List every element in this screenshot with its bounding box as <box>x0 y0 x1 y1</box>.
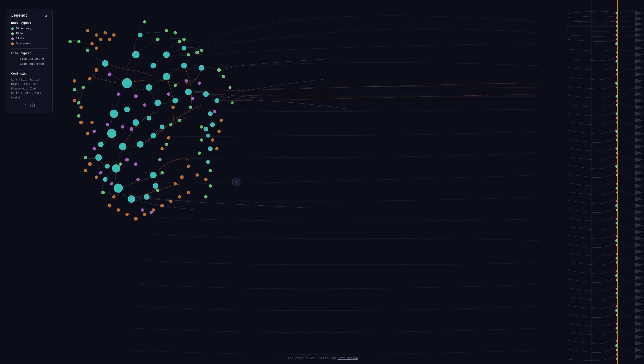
legend-collapse-button[interactable]: ▲ <box>45 14 48 18</box>
svg-point-23 <box>182 46 186 50</box>
control-right-click: Right-Click: Pan <box>11 82 48 86</box>
svg-point-45 <box>178 40 181 43</box>
svg-point-75 <box>204 195 207 198</box>
svg-point-143 <box>32 105 34 106</box>
svg-point-103 <box>108 38 111 41</box>
orange-bar <box>617 0 618 364</box>
svg-point-62 <box>101 191 105 194</box>
svg-point-26 <box>124 107 130 112</box>
legend-item-class: Class <box>11 37 48 40</box>
svg-point-124 <box>169 200 172 203</box>
footer-text: This project was created by <box>286 356 338 360</box>
svg-point-87 <box>167 92 170 96</box>
svg-point-27 <box>133 120 139 126</box>
svg-point-59 <box>77 114 80 118</box>
svg-point-88 <box>185 80 188 82</box>
svg-point-33 <box>185 89 191 95</box>
control-mousewheel: Mousewheel: Zoom <box>11 86 48 91</box>
svg-point-108 <box>73 99 76 102</box>
svg-point-96 <box>110 182 113 185</box>
svg-point-117 <box>108 204 111 208</box>
svg-point-128 <box>174 182 177 185</box>
svg-point-21 <box>153 183 158 188</box>
svg-point-47 <box>182 38 185 41</box>
svg-point-35 <box>215 98 219 103</box>
controls-section: Controls: Left-Click: Rotate Right-Click… <box>11 72 48 100</box>
svg-point-25 <box>138 33 142 37</box>
svg-point-83 <box>130 127 133 131</box>
class-dot <box>11 38 14 40</box>
svg-point-53 <box>86 49 89 52</box>
svg-point-58 <box>77 101 80 104</box>
svg-point-120 <box>134 217 138 220</box>
svg-point-8 <box>199 65 204 70</box>
right-panel-nodes <box>539 0 644 364</box>
svg-point-31 <box>103 177 107 182</box>
control-shift-click: Shift + Left-Click: Center <box>11 91 48 100</box>
svg-point-100 <box>95 46 98 50</box>
expand-panel-button[interactable]: » <box>232 178 241 186</box>
svg-point-70 <box>174 84 177 87</box>
svg-point-79 <box>108 72 111 76</box>
svg-point-111 <box>86 132 89 135</box>
svg-point-126 <box>187 191 190 194</box>
file-structure-line <box>11 58 18 59</box>
svg-point-17 <box>112 164 120 172</box>
help-button[interactable]: ? <box>24 104 27 108</box>
svg-point-138 <box>171 106 175 109</box>
svg-point-51 <box>222 75 225 78</box>
footer-link[interactable]: Matt Blanco <box>338 356 358 360</box>
svg-point-80 <box>117 92 120 96</box>
svg-point-68 <box>178 119 181 122</box>
screenshot-button[interactable] <box>31 104 35 108</box>
svg-point-65 <box>160 171 164 174</box>
legend-panel: Legend: ▲ Node types: Directory File Cla… <box>7 9 53 113</box>
svg-point-76 <box>200 125 203 128</box>
svg-point-40 <box>206 160 210 164</box>
svg-point-121 <box>143 213 146 216</box>
svg-point-72 <box>231 102 234 104</box>
svg-point-127 <box>180 176 183 179</box>
svg-point-97 <box>136 178 139 181</box>
svg-point-3 <box>102 60 108 66</box>
code-reference-line <box>11 64 18 64</box>
svg-point-90 <box>198 82 201 85</box>
legend-item-file-structure: File Structure <box>11 57 48 60</box>
svg-point-102 <box>104 31 107 34</box>
svg-point-60 <box>84 156 87 159</box>
svg-point-86 <box>121 125 124 128</box>
divider-2 <box>11 69 48 69</box>
svg-point-2 <box>132 51 139 58</box>
svg-point-64 <box>158 158 161 161</box>
statement-dot <box>11 42 14 45</box>
legend-title: Legend: <box>11 13 28 18</box>
svg-point-46 <box>143 20 146 24</box>
svg-point-137 <box>167 136 170 139</box>
svg-point-93 <box>93 130 96 133</box>
svg-point-49 <box>200 49 203 52</box>
svg-point-129 <box>187 165 190 168</box>
svg-point-134 <box>218 130 221 133</box>
svg-point-6 <box>163 73 170 80</box>
legend-item-statement: Statement <box>11 42 48 45</box>
svg-point-130 <box>196 174 199 176</box>
code-reference-label: Code Reference <box>20 62 44 66</box>
svg-point-19 <box>128 196 135 202</box>
svg-point-119 <box>125 213 129 216</box>
svg-point-82 <box>143 104 146 106</box>
svg-point-54 <box>77 40 80 43</box>
svg-point-15 <box>98 142 103 147</box>
svg-point-107 <box>73 80 76 82</box>
svg-point-36 <box>208 112 212 116</box>
legend-icon-row: ? <box>11 104 48 108</box>
divider-1 <box>11 48 48 48</box>
file-dot <box>11 32 14 35</box>
svg-point-115 <box>95 176 98 179</box>
svg-point-18 <box>114 184 123 192</box>
svg-point-10 <box>173 98 178 103</box>
svg-point-71 <box>229 86 231 89</box>
svg-point-94 <box>93 147 96 150</box>
svg-point-77 <box>200 138 203 142</box>
svg-point-95 <box>99 171 102 174</box>
screenshot-icon <box>31 104 35 108</box>
